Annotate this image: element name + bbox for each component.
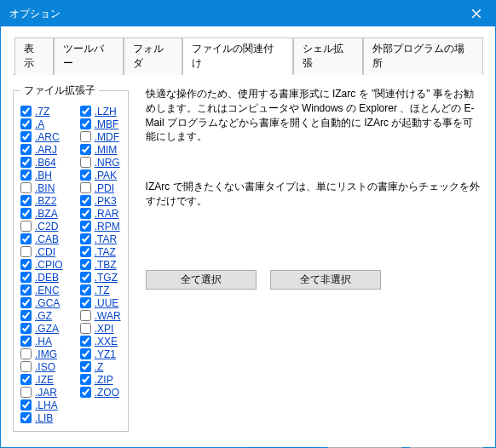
extension-item[interactable]: .PK3: [80, 194, 121, 207]
extension-item[interactable]: .TGZ: [80, 271, 121, 284]
extension-checkbox[interactable]: [80, 361, 91, 372]
extension-item[interactable]: .TBZ: [80, 258, 121, 271]
select-all-button[interactable]: 全て選択: [146, 270, 257, 290]
extension-checkbox[interactable]: [20, 361, 32, 372]
extension-checkbox[interactable]: [20, 297, 32, 308]
extension-item[interactable]: .MIM: [80, 143, 121, 156]
tab-folders[interactable]: フォルダ: [124, 37, 183, 75]
extension-item[interactable]: .BZ2: [20, 194, 63, 207]
extension-checkbox[interactable]: [80, 348, 91, 359]
extension-item[interactable]: .ARJ: [20, 143, 63, 156]
extension-checkbox[interactable]: [80, 144, 91, 155]
extension-item[interactable]: .CPIO: [20, 258, 63, 271]
extension-checkbox[interactable]: [80, 157, 91, 168]
extension-checkbox[interactable]: [80, 336, 91, 347]
extension-item[interactable]: .ARC: [20, 130, 63, 143]
tab-shell-extension[interactable]: シェル拡張: [293, 37, 363, 75]
extension-checkbox[interactable]: [20, 259, 32, 270]
extension-checkbox[interactable]: [80, 208, 91, 219]
extension-checkbox[interactable]: [20, 246, 32, 257]
extension-checkbox[interactable]: [20, 233, 32, 244]
deselect-all-button[interactable]: 全て非選択: [270, 270, 381, 290]
extension-checkbox[interactable]: [80, 284, 91, 296]
extension-item[interactable]: .Z: [80, 360, 121, 373]
extension-item[interactable]: .GZA: [20, 322, 63, 335]
extension-checkbox[interactable]: [80, 374, 91, 385]
close-button[interactable]: [457, 1, 495, 26]
extension-checkbox[interactable]: [80, 131, 91, 142]
extension-item[interactable]: .MDF: [80, 130, 121, 143]
extension-item[interactable]: .TZ: [80, 284, 121, 296]
extension-checkbox[interactable]: [20, 310, 32, 321]
tab-display[interactable]: 表示: [14, 37, 54, 75]
extension-item[interactable]: .IMG: [20, 347, 63, 360]
extension-item[interactable]: .CDI: [20, 245, 63, 258]
extension-checkbox[interactable]: [20, 118, 32, 129]
extension-item[interactable]: .A: [20, 118, 63, 130]
extension-item[interactable]: .RPM: [80, 220, 121, 233]
extension-checkbox[interactable]: [80, 387, 91, 398]
extension-item[interactable]: .ZOO: [80, 386, 121, 399]
extension-checkbox[interactable]: [80, 323, 91, 334]
extension-item[interactable]: .TAZ: [80, 245, 121, 258]
extension-checkbox[interactable]: [20, 169, 32, 181]
extension-checkbox[interactable]: [20, 195, 32, 206]
extension-item[interactable]: .LIB: [20, 411, 63, 424]
extension-item[interactable]: .MBF: [80, 118, 121, 130]
extension-item[interactable]: .ZIP: [80, 373, 121, 386]
extension-checkbox[interactable]: [20, 399, 32, 411]
extension-item[interactable]: .7Z: [20, 105, 63, 118]
extension-checkbox[interactable]: [80, 259, 91, 270]
extension-item[interactable]: .ENC: [20, 284, 63, 296]
extension-checkbox[interactable]: [80, 182, 91, 193]
extension-checkbox[interactable]: [20, 348, 32, 359]
extension-checkbox[interactable]: [80, 195, 91, 206]
extension-item[interactable]: .IZE: [20, 373, 63, 386]
extension-item[interactable]: .LZH: [80, 105, 121, 118]
extension-item[interactable]: .GCA: [20, 296, 63, 309]
extension-checkbox[interactable]: [80, 297, 91, 308]
extension-item[interactable]: .XXE: [80, 335, 121, 347]
extension-checkbox[interactable]: [20, 144, 32, 155]
extension-item[interactable]: .RAR: [80, 207, 121, 220]
tab-toolbar[interactable]: ツールバー: [54, 37, 124, 75]
extension-item[interactable]: .ISO: [20, 360, 63, 373]
extension-checkbox[interactable]: [20, 374, 32, 385]
extension-checkbox[interactable]: [20, 131, 32, 142]
extension-checkbox[interactable]: [20, 157, 32, 168]
extension-checkbox[interactable]: [20, 272, 32, 283]
extension-item[interactable]: .PDI: [80, 181, 121, 194]
extension-item[interactable]: .CAB: [20, 233, 63, 245]
extension-checkbox[interactable]: [80, 118, 91, 129]
extension-item[interactable]: .WAR: [80, 309, 121, 322]
extension-item[interactable]: .JAR: [20, 386, 63, 399]
extension-checkbox[interactable]: [20, 336, 32, 347]
extension-item[interactable]: .PAK: [80, 169, 121, 181]
extension-item[interactable]: .C2D: [20, 220, 63, 233]
extension-checkbox[interactable]: [20, 106, 32, 117]
extension-checkbox[interactable]: [20, 412, 32, 423]
extension-item[interactable]: .GZ: [20, 309, 63, 322]
extension-item[interactable]: .B64: [20, 156, 63, 169]
extension-item[interactable]: .NRG: [80, 156, 121, 169]
extension-checkbox[interactable]: [20, 221, 32, 232]
extension-item[interactable]: .TAR: [80, 233, 121, 245]
extension-checkbox[interactable]: [80, 310, 91, 321]
extension-checkbox[interactable]: [20, 323, 32, 334]
extension-checkbox[interactable]: [80, 272, 91, 283]
extension-item[interactable]: .DEB: [20, 271, 63, 284]
extension-checkbox[interactable]: [80, 246, 91, 257]
extension-item[interactable]: .YZ1: [80, 347, 121, 360]
tab-external-programs[interactable]: 外部プログラムの場所: [363, 37, 483, 75]
extension-checkbox[interactable]: [80, 169, 91, 181]
tab-file-associations[interactable]: ファイルの関連付け: [182, 37, 292, 75]
extension-item[interactable]: .XPI: [80, 322, 121, 335]
extension-checkbox[interactable]: [20, 208, 32, 219]
extension-checkbox[interactable]: [20, 284, 32, 296]
extension-checkbox[interactable]: [20, 387, 32, 398]
extension-checkbox[interactable]: [80, 221, 91, 232]
extension-checkbox[interactable]: [80, 106, 91, 117]
extension-item[interactable]: .BZA: [20, 207, 63, 220]
extension-item[interactable]: .BH: [20, 169, 63, 181]
extension-item[interactable]: .BIN: [20, 181, 63, 194]
